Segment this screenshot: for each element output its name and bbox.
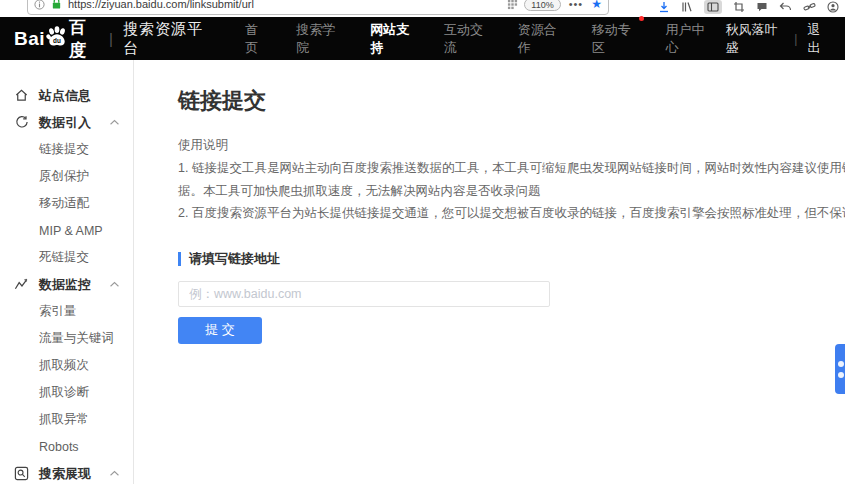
top-navbar: Bai du 百度 | 搜索资源平台 首页 搜索学院 网站支持 互动交流 资源合… [0, 17, 845, 60]
new-badge-dot [639, 16, 644, 21]
sidebar-item-index-volume[interactable]: 索引量 [0, 298, 133, 325]
feedback-glyph-icon [838, 361, 844, 367]
nav-item-mobile-zone-label: 移动专区 [592, 22, 631, 55]
page-info-icon[interactable] [34, 0, 45, 10]
chevron-up-icon[interactable] [109, 470, 120, 477]
nav-item-academy[interactable]: 搜索学院 [282, 21, 356, 57]
page-actions-icon[interactable]: ••• [569, 0, 584, 10]
submit-button[interactable]: 提 交 [178, 317, 262, 344]
form-label: 请填写链接地址 [189, 250, 280, 268]
accent-bar [178, 252, 181, 266]
bookmark-star-icon[interactable]: ★ [591, 0, 602, 10]
data-import-icon [12, 115, 30, 130]
extension-grid-icon[interactable] [507, 0, 518, 10]
instruction-line: 1. 链接提交工具是网站主动向百度搜索推送数据的工具，本工具可缩短爬虫发现网站链… [178, 157, 845, 180]
sidebar-item-site-info[interactable]: 站点信息 [0, 82, 133, 109]
logo-separator: | [109, 30, 113, 47]
baidu-paw-icon: du [46, 26, 68, 46]
feedback-bubble-icon[interactable] [756, 0, 768, 14]
nav-item-cooperation[interactable]: 资源合作 [504, 21, 578, 57]
sidebar-item-crawl-diagnosis[interactable]: 抓取诊断 [0, 379, 133, 406]
baidu-logo[interactable]: Bai du 百度 | 搜索资源平台 [14, 16, 207, 62]
link-icon[interactable] [803, 0, 816, 14]
nav-item-interaction[interactable]: 互动交流 [430, 21, 504, 57]
feedback-floating-tab[interactable] [835, 344, 845, 394]
undo-arrow-icon[interactable] [779, 0, 792, 14]
nav-item-user-center[interactable]: 用户中心 [652, 21, 726, 57]
screenshot-crop-icon[interactable] [733, 0, 745, 14]
sidebar-item-traffic-keywords[interactable]: 流量与关键词 [0, 325, 133, 352]
sidebar-item-mip-amp[interactable]: MIP & AMP [0, 217, 133, 244]
sidebar-group-search-display[interactable]: 搜索展现 [0, 460, 133, 484]
nav-item-home[interactable]: 首页 [231, 21, 282, 57]
sidebar-item-mobile-adaptation[interactable]: 移动适配 [0, 190, 133, 217]
address-bar[interactable]: https://ziyuan.baidu.com/linksubmit/url … [27, 0, 609, 15]
home-icon [12, 88, 30, 103]
user-separator: | [794, 32, 797, 46]
data-monitor-icon [12, 277, 30, 292]
nav-item-site-support[interactable]: 网站支持 [356, 21, 430, 57]
link-url-input[interactable] [178, 281, 550, 307]
toolbar-icon-cluster [658, 0, 839, 14]
browser-toolbar: https://ziyuan.baidu.com/linksubmit/url … [0, 0, 845, 17]
platform-name: 搜索资源平台 [123, 20, 207, 58]
sidebar-group-label: 数据监控 [39, 276, 91, 294]
nav-item-mobile-zone[interactable]: 移动专区 [578, 21, 652, 57]
page-layout: 站点信息 数据引入 链接提交 原创保护 移动适配 MIP & AMP 死链提交 … [0, 60, 845, 484]
sidebar-item-crawl-exception[interactable]: 抓取异常 [0, 406, 133, 433]
instructions-text: 1. 链接提交工具是网站主动向百度搜索推送数据的工具，本工具可缩短爬虫发现网站链… [178, 157, 845, 225]
sidebar-group-label: 搜索展现 [39, 465, 91, 483]
sidebar-group-data-import[interactable]: 数据引入 [0, 109, 133, 136]
sidebar-item-dead-link-submit[interactable]: 死链提交 [0, 244, 133, 271]
sidebar-group-label: 站点信息 [39, 87, 91, 105]
zoom-level-badge[interactable]: 110% [524, 0, 560, 11]
url-text[interactable]: https://ziyuan.baidu.com/linksubmit/url [68, 0, 507, 10]
logo-text-bai: Bai [14, 28, 45, 50]
sidebar-item-crawl-frequency[interactable]: 抓取频次 [0, 352, 133, 379]
form-section-header: 请填写链接地址 [178, 250, 845, 268]
profile-icon[interactable] [827, 0, 839, 14]
logo-text-baidu-cn: 百度 [69, 16, 99, 62]
instructions-heading: 使用说明 [178, 137, 845, 154]
search-display-icon [12, 466, 30, 481]
sidebar-toggle-icon[interactable] [704, 0, 722, 14]
sidebar-group-label: 数据引入 [39, 114, 91, 132]
sidebar-item-robots[interactable]: Robots [0, 433, 133, 460]
navbar-user-area: 秋风落叶盛 | 退出 [725, 21, 831, 57]
sidebar-group-data-monitor[interactable]: 数据监控 [0, 271, 133, 298]
feedback-glyph-icon [838, 372, 844, 378]
nav-menu: 首页 搜索学院 网站支持 互动交流 资源合作 移动专区 用户中心 [231, 21, 725, 57]
page-title: 链接提交 [178, 86, 845, 116]
sidebar: 站点信息 数据引入 链接提交 原创保护 移动适配 MIP & AMP 死链提交 … [0, 60, 134, 484]
chevron-up-icon[interactable] [109, 119, 120, 126]
sidebar-item-original-protection[interactable]: 原创保护 [0, 163, 133, 190]
sidebar-item-link-submit[interactable]: 链接提交 [0, 136, 133, 163]
chevron-up-icon[interactable] [109, 281, 120, 288]
svg-text:du: du [53, 36, 61, 43]
library-icon[interactable] [681, 0, 693, 14]
username[interactable]: 秋风落叶盛 [725, 21, 784, 57]
main-content: 链接提交 使用说明 1. 链接提交工具是网站主动向百度搜索推送数据的工具，本工具… [134, 60, 845, 484]
instruction-line: 据。本工具可加快爬虫抓取速度，无法解决网站内容是否收录问题 [178, 180, 845, 203]
instruction-line: 2. 百度搜索资源平台为站长提供链接提交通道，您可以提交想被百度收录的链接，百度… [178, 202, 845, 225]
logout-button[interactable]: 退出 [807, 21, 831, 57]
download-icon[interactable] [658, 0, 670, 14]
ssl-lock-icon[interactable] [51, 0, 62, 10]
